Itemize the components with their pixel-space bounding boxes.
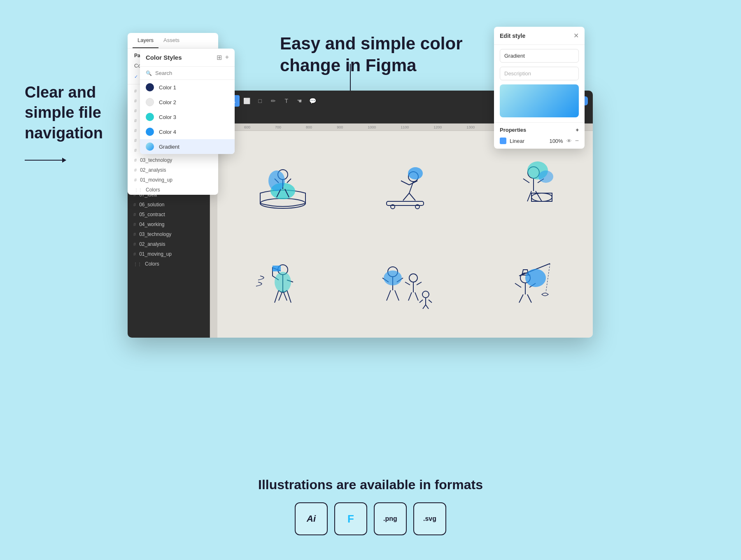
format-badge-png: .png — [374, 502, 407, 535]
cs-swatch-4 — [146, 128, 154, 136]
left-text-section: Clear and simple file navigation — [25, 82, 107, 161]
esp-prop-type: Linear — [510, 138, 546, 144]
cs-color-name-3: Color 3 — [159, 114, 176, 120]
cs-color-1[interactable]: Color 1 — [140, 80, 235, 95]
svg-line-26 — [546, 264, 550, 292]
figma-label: F — [347, 513, 354, 525]
lp-layer-01movingup[interactable]: # 01_moving_up — [128, 175, 218, 185]
svg-point-22 — [384, 271, 402, 285]
illus-skate — [344, 135, 466, 234]
svg-rect-19 — [273, 266, 281, 271]
esp-properties-section: Properties + Linear 100% 👁 − — [494, 122, 585, 149]
lp-layer-03technology[interactable]: # 03_technology — [128, 155, 218, 165]
cs-title: Color Styles — [146, 54, 182, 61]
two-figures-illustration — [368, 255, 442, 313]
esp-properties-add[interactable]: + — [576, 127, 579, 133]
layer-02-analysis[interactable]: # 02_analysis — [128, 239, 210, 249]
edit-style-panel: Edit style ✕ Gradient Description Proper… — [494, 27, 585, 149]
bottom-section: Illustrations are available in formats A… — [0, 477, 741, 535]
bath-illustration — [252, 156, 314, 214]
top-center-text: Easy and simple color change in Figma — [280, 33, 463, 76]
format-badge-figma: F — [334, 502, 367, 535]
layers-panel-tabs: Layers Assets — [128, 33, 218, 49]
svg-point-24 — [422, 291, 429, 298]
png-label: .png — [383, 515, 397, 523]
layer-01-moving-up[interactable]: # 01_moving_up — [128, 249, 210, 259]
lp-layer-02analysis[interactable]: # 02_analysis — [128, 165, 218, 175]
illus-flag — [221, 234, 344, 334]
esp-description-input[interactable]: Description — [500, 67, 579, 80]
bottom-title: Illustrations are available in formats — [258, 477, 483, 492]
illus-bath — [221, 135, 344, 234]
cs-search-area[interactable]: 🔍 — [140, 67, 235, 80]
cs-search-icon: 🔍 — [146, 70, 152, 76]
cs-search-input[interactable] — [155, 70, 229, 76]
esp-properties-header: Properties + — [500, 127, 579, 133]
cs-icons: ⊞ + — [217, 54, 229, 61]
esp-name-input[interactable]: Gradient — [500, 49, 579, 63]
tool-pen[interactable]: ✏ — [268, 95, 279, 107]
cs-swatch-3 — [146, 113, 154, 121]
illus-fishing — [466, 234, 589, 334]
svg-point-28 — [525, 269, 546, 287]
figma-canvas: 50060070080090010001100120013001400 — [210, 124, 593, 338]
esp-close-button[interactable]: ✕ — [573, 32, 579, 40]
layer-04-working[interactable]: # 04_working — [128, 219, 210, 229]
arrow-line — [25, 160, 66, 161]
format-badge-ai: Ai — [295, 502, 328, 535]
cs-panel-header: Color Styles ⊞ + — [140, 49, 235, 67]
color-styles-panel: Color Styles ⊞ + 🔍 Color 1 Color 2 Color… — [140, 49, 235, 154]
cs-add-icon[interactable]: + — [225, 54, 229, 61]
cs-color-name-2: Color 2 — [159, 99, 176, 105]
lp-layer-colors[interactable]: ⋮⋮ Colors — [128, 185, 218, 195]
cs-grid-icon[interactable]: ⊞ — [217, 54, 222, 61]
ai-label: Ai — [307, 513, 316, 524]
svg-point-7 — [268, 170, 285, 191]
svg-point-12 — [408, 167, 423, 180]
cs-swatch-2 — [146, 98, 154, 106]
esp-gradient-preview — [500, 84, 579, 117]
esp-prop-remove-button[interactable]: − — [575, 137, 579, 145]
cs-color-4[interactable]: Color 4 — [140, 124, 235, 139]
cs-color-name-4: Color 4 — [159, 129, 176, 135]
cs-color-gradient[interactable]: Gradient — [140, 139, 235, 154]
cs-color-2[interactable]: Color 2 — [140, 95, 235, 110]
format-badges: Ai F .png .svg — [295, 502, 446, 535]
svg-label: .svg — [423, 515, 436, 523]
lp-tab-layers[interactable]: Layers — [133, 33, 158, 48]
svg-point-15 — [538, 170, 553, 183]
layer-05-contract[interactable]: # 05_contract — [128, 210, 210, 219]
left-arrow — [25, 160, 107, 161]
layer-03-technology[interactable]: # 03_technology — [128, 229, 210, 239]
lp-tab-assets[interactable]: Assets — [158, 33, 184, 48]
esp-prop-swatch — [500, 138, 506, 144]
left-heading: Clear and simple file navigation — [25, 82, 107, 143]
esp-title: Edit style — [500, 33, 525, 39]
cs-swatch-1 — [146, 83, 154, 91]
tool-frame[interactable]: ⬜ — [241, 95, 253, 107]
canvas-main-area — [217, 131, 593, 338]
relax-illustration — [496, 156, 558, 214]
tool-hand[interactable]: ☚ — [294, 95, 305, 107]
top-heading: Easy and simple color change in Figma — [280, 33, 463, 76]
tool-text[interactable]: T — [281, 95, 292, 107]
esp-header: Edit style ✕ — [494, 27, 585, 45]
svg-point-16 — [531, 193, 552, 201]
svg-point-20 — [275, 272, 291, 292]
illus-relax — [466, 135, 589, 234]
tool-comment[interactable]: 💬 — [307, 95, 319, 107]
illus-two-figures — [344, 234, 466, 334]
illustration-grid — [217, 131, 593, 338]
fishing-illustration — [496, 255, 558, 313]
esp-properties-label: Properties — [500, 127, 526, 133]
layer-06-solution[interactable]: # 06_solution — [128, 200, 210, 210]
esp-prop-eye-icon[interactable]: 👁 — [566, 138, 572, 144]
check-icon: ✓ — [134, 74, 138, 79]
cs-color-3[interactable]: Color 3 — [140, 110, 235, 124]
svg-point-23 — [409, 274, 417, 282]
esp-property-row: Linear 100% 👁 − — [500, 137, 579, 145]
tool-shape[interactable]: □ — [254, 95, 266, 107]
format-badge-svg: .svg — [413, 502, 446, 535]
layer-colors[interactable]: ⋮⋮ Colors — [128, 259, 210, 269]
cs-color-name-gradient: Gradient — [159, 144, 179, 150]
